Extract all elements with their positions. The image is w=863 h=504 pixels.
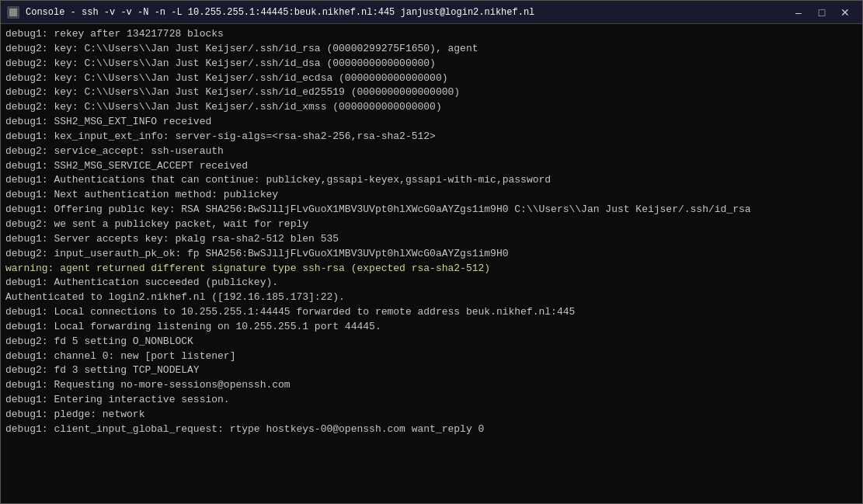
terminal-line: debug1: Entering interactive session. bbox=[5, 393, 858, 408]
terminal-line: debug2: key: C:\\Users\\Jan Just Keijser… bbox=[5, 71, 858, 86]
terminal-line: warning: agent returned different signat… bbox=[5, 262, 858, 276]
terminal-window: Console - ssh -v -v -N -n -L 10.255.255.… bbox=[0, 0, 863, 504]
terminal-line: debug2: input_userauth_pk_ok: fp SHA256:… bbox=[5, 247, 858, 262]
terminal-line: debug1: kex_input_ext_info: server-sig-a… bbox=[5, 130, 858, 144]
terminal-line: debug1: channel 0: new [port listener] bbox=[5, 349, 858, 364]
maximize-button[interactable]: □ bbox=[811, 5, 833, 20]
terminal-line: debug1: SSH2_MSG_SERVICE_ACCEPT received bbox=[5, 159, 858, 174]
terminal-line: debug2: service_accept: ssh-userauth bbox=[5, 144, 858, 159]
terminal-line: debug1: Server accepts key: pkalg rsa-sh… bbox=[5, 232, 858, 247]
window-controls: – □ ✕ bbox=[788, 5, 856, 20]
terminal-line: debug2: key: C:\\Users\\Jan Just Keijser… bbox=[5, 57, 858, 71]
terminal-line: debug1: Next authentication method: publ… bbox=[5, 188, 858, 203]
terminal-line: debug1: Local connections to 10.255.255.… bbox=[5, 305, 858, 320]
terminal-line: debug1: Offering public key: RSA SHA256:… bbox=[5, 203, 858, 217]
terminal-line: debug2: fd 5 setting O_NONBLOCK bbox=[5, 335, 858, 349]
terminal-line: debug1: Authentication succeeded (public… bbox=[5, 276, 858, 290]
terminal-line: Authenticated to login2.nikhef.nl ([192.… bbox=[5, 290, 858, 305]
terminal-line: debug2: we sent a publickey packet, wait… bbox=[5, 217, 858, 232]
terminal-line: debug1: Authentications that can continu… bbox=[5, 173, 858, 188]
terminal-line: debug1: rekey after 134217728 blocks bbox=[5, 27, 858, 42]
terminal-output[interactable]: debug1: rekey after 134217728 blocksdebu… bbox=[1, 24, 862, 503]
app-icon bbox=[7, 6, 19, 19]
terminal-line: debug1: client_input_global_request: rty… bbox=[5, 422, 858, 437]
terminal-line: debug2: fd 3 setting TCP_NODELAY bbox=[5, 363, 858, 378]
title-bar: Console - ssh -v -v -N -n -L 10.255.255.… bbox=[1, 1, 862, 24]
minimize-button[interactable]: – bbox=[788, 5, 809, 20]
terminal-line: debug1: Requesting no-more-sessions@open… bbox=[5, 378, 858, 393]
window-title: Console - ssh -v -v -N -n -L 10.255.255.… bbox=[26, 7, 788, 18]
terminal-line: debug2: key: C:\\Users\\Jan Just Keijser… bbox=[5, 85, 858, 100]
terminal-line: debug2: key: C:\\Users\\Jan Just Keijser… bbox=[5, 42, 858, 57]
close-button[interactable]: ✕ bbox=[834, 5, 856, 20]
terminal-line: debug1: Local forwarding listening on 10… bbox=[5, 320, 858, 335]
terminal-line: debug1: SSH2_MSG_EXT_INFO received bbox=[5, 115, 858, 130]
terminal-line: debug1: pledge: network bbox=[5, 408, 858, 422]
terminal-line: debug2: key: C:\\Users\\Jan Just Keijser… bbox=[5, 100, 858, 115]
